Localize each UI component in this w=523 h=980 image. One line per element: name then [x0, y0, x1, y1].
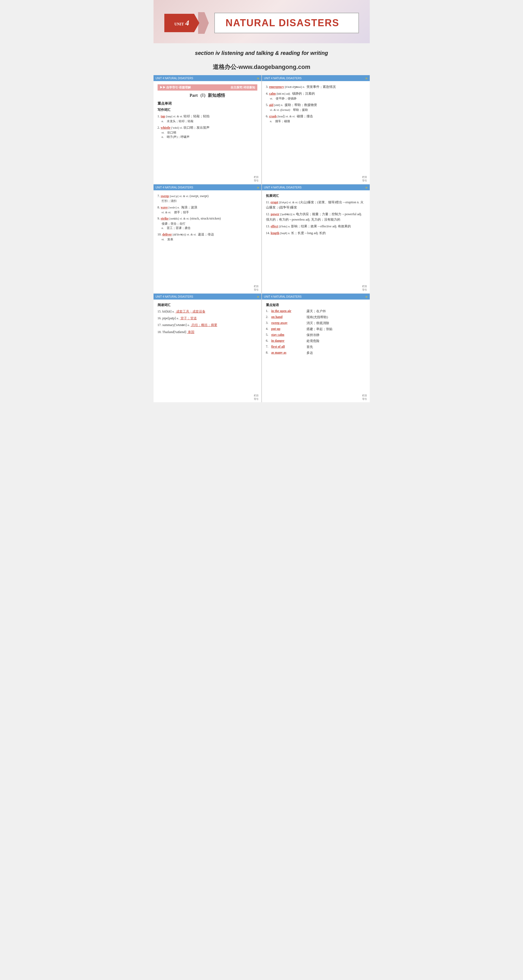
word-whistle: whistle	[161, 126, 170, 129]
page-4-footer: 栏目导引	[362, 285, 367, 292]
word-wave: wave	[161, 205, 168, 209]
page-5-header-text: UNIT 4 NATURAL DISASTERS	[156, 295, 193, 298]
page-6-header: UNIT 4 NATURAL DISASTERS »	[262, 294, 370, 299]
vocab-entry-16: 16. pipe[paɪp] n. 管子；管道	[157, 316, 257, 321]
page-row-1: UNIT 4 NATURAL DISASTERS » ▶▶ 自学导引·语篇理解 …	[154, 75, 370, 184]
page-5-footer: 栏目导引	[254, 394, 259, 401]
page-3-header: UNIT 4 NATURAL DISASTERS »	[154, 185, 261, 190]
vocab-entry-2: 2. whistle ['wɪsl] vi. 吹口哨；发出笛声 vt. 吹口哨 …	[157, 125, 257, 139]
page-2-content: 3. emergency [ɪ'mɜːdʒənsi] n. 突发事件；紧急情况 …	[262, 81, 370, 184]
page-row-2: UNIT 4 NATURAL DISASTERS » 7. sweep [swi…	[154, 185, 370, 293]
word-crash: crash	[269, 115, 277, 118]
vocab-section-title: 重点单词	[157, 101, 257, 106]
word-effect: effect	[271, 224, 278, 228]
self-study-right: 自主探究·词语新知	[231, 86, 255, 89]
page-6-header-text: UNIT 4 NATURAL DISASTERS	[264, 295, 302, 298]
phrase-2: 2. on hand 现有(尤指帮助)	[266, 315, 366, 320]
unit-number: 4	[185, 19, 189, 27]
extension-title: 拓展词汇	[266, 194, 366, 198]
phrases-title: 重点短语	[266, 303, 366, 307]
page-2-footer: 栏目导引	[362, 175, 367, 183]
phrase-stay-calm: stay calm	[271, 333, 307, 337]
phrase-1: 1. in the open air 露天；在户外	[266, 309, 366, 313]
chevron-icon-3: »	[257, 185, 259, 189]
chevron-icon-4: »	[366, 185, 367, 189]
unit-badge: UNIT 4	[164, 14, 199, 32]
page-1-header: UNIT 4 NATURAL DISASTERS »	[154, 75, 261, 81]
phrase-in-the-open-air: in the open air	[271, 309, 307, 313]
chevron-icon-6: »	[366, 294, 367, 299]
page-5-content: 阅读词汇 15. kit[kɪt] n. 成套工具；成套设备 16. pipe[…	[154, 299, 261, 402]
page-2-header: UNIT 4 NATURAL DISASTERS »	[262, 75, 370, 81]
page-4-header-text: UNIT 4 NATURAL DISASTERS	[264, 186, 302, 189]
page-6-footer: 栏目导引	[362, 394, 367, 401]
vocab-entry-5: 5. aid [eɪd] n. 援助；帮助；救援物资 vi. & vt. (fo…	[266, 102, 366, 112]
page-3-footer: 栏目导引	[254, 285, 259, 292]
word-emergency: emergency	[269, 85, 284, 89]
vocab-entry-17: 17. summary['sʌməri] n. 总结；概括；摘要	[157, 323, 257, 328]
vocab-entry-14: 14. length [leŋθ] n. 长；长度→long adj. 长的	[266, 231, 366, 236]
section-subtitle: section iv listening and talking & readi…	[154, 43, 370, 59]
self-study-label: ▶▶ 自学导引·语篇理解	[160, 86, 191, 89]
vocab-entry-1: 1. tap [tæp] vi. & vt. 轻叩；轻敲；轻拍 n. 水龙头；轻…	[157, 114, 257, 124]
page-3-content: 7. sweep [swiːp] vt. & vi. (swept, swept…	[154, 190, 261, 293]
vocab-entry-12: 12. power ['paʊə(r)] n. 电力供应；能量；力量；控制力→p…	[266, 212, 366, 222]
word-length: length	[271, 231, 280, 235]
writing-vocab-title: 写作词汇	[157, 108, 257, 112]
vocab-entry-10: 10. deliver [dɪ'lɪvə(r)] vt. & vi. 递送；传达…	[157, 232, 257, 242]
vocab-entry-9: 9. strike [strɑɪk] vi. & vt. (struck, st…	[157, 216, 257, 230]
phrase-sweep-away: sweep away	[271, 321, 307, 325]
phrase-7: 7. first of all 首先	[266, 345, 366, 349]
page-1-header-text: UNIT 4 NATURAL DISASTERS	[156, 77, 193, 80]
unit-label: UNIT	[174, 22, 184, 26]
phrase-8: 8. as many as 多达	[266, 351, 366, 355]
vocab-entry-15: 15. kit[kɪt] n. 成套工具；成套设备	[157, 309, 257, 314]
page-2-header-text: UNIT 4 NATURAL DISASTERS	[264, 77, 302, 80]
phrase-4: 4. put up 搭建；举起；张贴	[266, 327, 366, 331]
phrase-as-many-as: as many as	[271, 351, 307, 355]
chevron-icon: »	[257, 76, 259, 80]
phrase-in-danger: in danger	[271, 339, 307, 343]
word-calm: calm	[269, 92, 276, 95]
vocab-entry-3: 3. emergency [ɪ'mɜːdʒənsi] n. 突发事件；紧急情况	[266, 84, 366, 89]
page-5: UNIT 4 NATURAL DISASTERS » 阅读词汇 15. kit[…	[154, 294, 261, 402]
unit-arrow	[198, 12, 209, 34]
page-1-footer: 栏目导引	[254, 175, 259, 183]
phrase-on-hand: on hand	[271, 315, 307, 319]
phrase-5: 5. stay calm 保持冷静	[266, 333, 366, 337]
page-row-3: UNIT 4 NATURAL DISASTERS » 阅读词汇 15. kit[…	[154, 294, 370, 402]
reading-vocab-title: 阅读词汇	[157, 303, 257, 307]
word-power: power	[271, 212, 280, 216]
word-aid: aid	[269, 103, 273, 107]
word-sweep: sweep	[161, 194, 169, 198]
word-erupt: erupt	[270, 200, 278, 204]
title-box: NATURAL DISASTERS	[215, 13, 359, 33]
word-strike: strike	[161, 216, 169, 220]
page-4-content: 拓展词汇 11. erupt [ɪ'rʌpt] vi. & vt. (火山)爆发…	[262, 190, 370, 293]
vocab-entry-11: 11. erupt [ɪ'rʌpt] vi. & vt. (火山)爆发；(岩浆、…	[266, 200, 366, 210]
word-deliver: deliver	[162, 232, 172, 236]
vocab-entry-13: 13. effect [ɪ'fekt] n. 影响；结果；效果→effectiv…	[266, 224, 366, 229]
watermark: 道格办公-www.daogebangong.com	[154, 59, 370, 75]
vocab-entry-8: 8. wave [weɪv] n. 海浪；波浪 vi. & vt. 摆手；招手	[157, 205, 257, 215]
phrase-6: 6. in danger 处境危险	[266, 339, 366, 343]
vocab-entry-4: 4. calm [kɑːm] adj. 镇静的；沉着的 vt. 使平静；使镇静	[266, 91, 366, 101]
self-study-bar: ▶▶ 自学导引·语篇理解 自主探究·词语新知	[157, 84, 257, 91]
page-4: UNIT 4 NATURAL DISASTERS » 拓展词汇 11. erup…	[262, 185, 370, 293]
chevron-icon-5: »	[257, 294, 259, 299]
vocab-entry-18: 18. Thailand['taɪlænd] 泰国	[157, 329, 257, 335]
phrase-put-up: put up	[271, 327, 307, 331]
phrase-3: 3. sweep away 消灭；彻底消除	[266, 321, 366, 326]
part-title: Part（Ⅰ）新知感悟	[157, 93, 257, 99]
word-tap: tap	[161, 115, 165, 118]
page-3: UNIT 4 NATURAL DISASTERS » 7. sweep [swi…	[154, 185, 261, 293]
page-6: UNIT 4 NATURAL DISASTERS » 重点短语 1. in th…	[262, 294, 370, 402]
page-3-header-text: UNIT 4 NATURAL DISASTERS	[156, 186, 193, 189]
phrase-first-of-all: first of all	[271, 345, 307, 349]
page-4-header: UNIT 4 NATURAL DISASTERS »	[262, 185, 370, 190]
page-header: UNIT 4 NATURAL DISASTERS	[154, 0, 370, 43]
page-2: UNIT 4 NATURAL DISASTERS » 3. emergency …	[262, 75, 370, 184]
chevron-icon-2: »	[366, 76, 367, 80]
page-1: UNIT 4 NATURAL DISASTERS » ▶▶ 自学导引·语篇理解 …	[154, 75, 261, 184]
page-5-header: UNIT 4 NATURAL DISASTERS »	[154, 294, 261, 299]
